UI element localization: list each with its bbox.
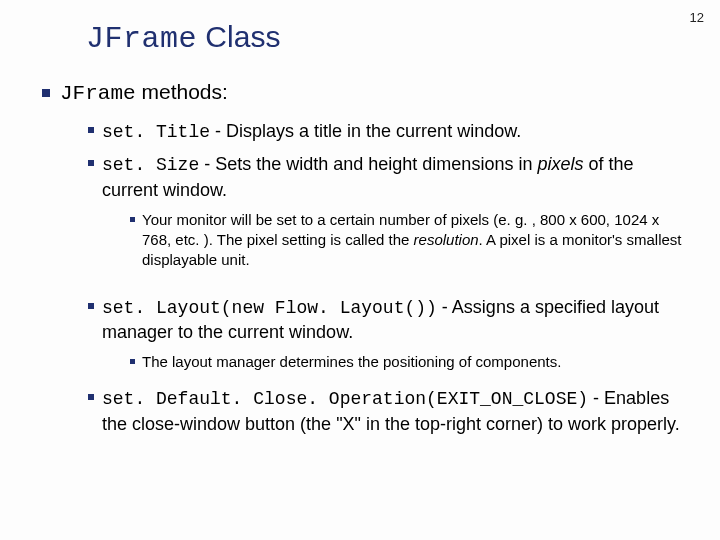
note-resolution: Your monitor will be set to a certain nu… — [130, 210, 692, 271]
item-setdefaultclose: set. Default. Close. Operation(EXIT_ON_C… — [88, 386, 692, 436]
bullet-icon — [88, 394, 94, 400]
bullet-icon — [130, 217, 135, 222]
heading-methods: JFrame methods: — [42, 80, 692, 105]
slide-title: JFrame Class — [86, 20, 692, 56]
item-settitle: set. Title - Displays a title in the cur… — [88, 119, 692, 144]
note-layout-text: The layout manager determines the positi… — [142, 352, 692, 372]
code-setsize: set. Size — [102, 155, 199, 175]
code-settitle: set. Title — [102, 122, 210, 142]
title-rest: Class — [197, 20, 280, 53]
code-setlayout: set. Layout(new Flow. Layout()) — [102, 298, 437, 318]
bullet-icon — [88, 160, 94, 166]
note-layout: The layout manager determines the positi… — [130, 352, 692, 372]
bullet-icon — [42, 89, 50, 97]
desc-setsize-a: - Sets the width and height dimensions i… — [199, 154, 537, 174]
content-list: JFrame methods: set. Title - Displays a … — [28, 80, 692, 436]
code-setdefaultclose: set. Default. Close. Operation(EXIT_ON_C… — [102, 389, 588, 409]
item-setlayout: set. Layout(new Flow. Layout()) - Assign… — [88, 295, 692, 345]
desc-setsize-em: pixels — [537, 154, 583, 174]
heading-code: JFrame — [60, 82, 136, 105]
bullet-icon — [88, 127, 94, 133]
page-number: 12 — [690, 10, 704, 25]
title-code: JFrame — [86, 22, 197, 56]
bullet-icon — [88, 303, 94, 309]
heading-rest: methods: — [136, 80, 228, 103]
bullet-icon — [130, 359, 135, 364]
item-setsize: set. Size - Sets the width and height di… — [88, 152, 692, 202]
desc-settitle: - Displays a title in the current window… — [210, 121, 521, 141]
slide: 12 JFrame Class JFrame methods: set. Tit… — [0, 0, 720, 464]
note-resolution-em: resolution — [414, 231, 479, 248]
